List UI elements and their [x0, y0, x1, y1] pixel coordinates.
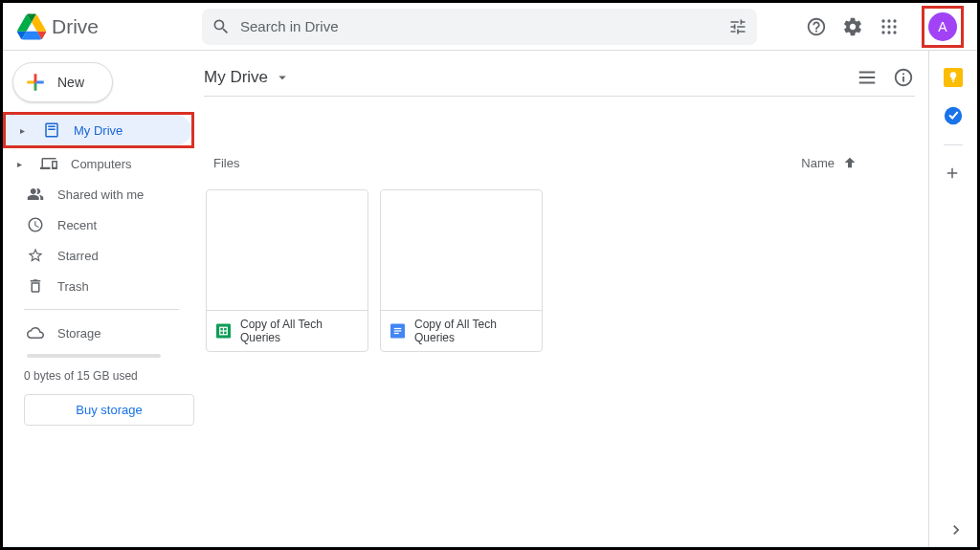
- sidebar: New ▸ My Drive ▸ Computers Shared with m…: [3, 51, 194, 547]
- file-name: Copy of All Tech Queries: [414, 318, 532, 344]
- new-button[interactable]: New: [12, 62, 113, 102]
- sidebar-label: My Drive: [74, 123, 122, 138]
- help-button[interactable]: [805, 15, 828, 38]
- expand-icon[interactable]: ▸: [17, 159, 27, 169]
- addons-button[interactable]: [944, 165, 963, 184]
- gear-icon: [842, 16, 863, 37]
- sidebar-label: Computers: [71, 157, 132, 171]
- svg-point-1: [887, 19, 890, 22]
- docs-icon: [390, 323, 405, 339]
- sidebar-item-trash[interactable]: Trash: [3, 271, 187, 301]
- settings-button[interactable]: [841, 15, 864, 38]
- help-icon: [806, 16, 827, 37]
- list-view-button[interactable]: [856, 66, 879, 89]
- svg-point-2: [893, 19, 896, 22]
- file-card[interactable]: Copy of All Tech Queries: [206, 189, 368, 352]
- sidebar-label: Shared with me: [57, 187, 144, 202]
- svg-point-3: [881, 25, 884, 28]
- storage-bar: [27, 354, 161, 358]
- search-input[interactable]: [240, 18, 728, 34]
- apps-button[interactable]: [878, 15, 901, 38]
- storage-usage: 0 bytes of 15 GB used: [24, 369, 194, 383]
- sidebar-label: Trash: [57, 279, 89, 294]
- svg-point-5: [893, 25, 896, 28]
- side-divider: [944, 144, 963, 145]
- list-view-icon: [857, 67, 878, 88]
- files-grid: Copy of All Tech Queries Copy of All Tec…: [204, 189, 915, 352]
- content-area: My Drive Files Name: [194, 51, 929, 547]
- account-avatar[interactable]: A: [928, 12, 957, 41]
- keep-icon: [944, 68, 963, 87]
- file-preview: [381, 190, 542, 311]
- search-icon: [212, 17, 231, 36]
- svg-rect-16: [394, 333, 399, 334]
- sidebar-item-recent[interactable]: Recent: [3, 209, 187, 240]
- header-actions: A: [805, 6, 968, 48]
- svg-point-7: [887, 31, 890, 33]
- plus-icon: [23, 70, 48, 95]
- svg-point-0: [881, 19, 884, 22]
- cloud-icon: [27, 324, 44, 341]
- sort-control[interactable]: Name: [801, 155, 858, 170]
- breadcrumb[interactable]: My Drive: [204, 68, 291, 87]
- logo-area[interactable]: Drive: [17, 13, 194, 40]
- sheets-icon: [216, 323, 231, 339]
- keep-app[interactable]: [944, 68, 963, 87]
- sidebar-item-storage[interactable]: Storage: [3, 318, 187, 348]
- dropdown-icon: [274, 69, 291, 86]
- header: Drive A: [3, 3, 977, 51]
- app-name: Drive: [52, 15, 99, 38]
- expand-icon[interactable]: ▸: [20, 125, 30, 136]
- svg-point-8: [893, 31, 896, 33]
- sidebar-item-shared[interactable]: Shared with me: [3, 179, 187, 209]
- new-button-label: New: [57, 75, 84, 90]
- content-header: My Drive: [204, 58, 915, 97]
- trash-icon: [27, 277, 44, 295]
- search-options-icon[interactable]: [728, 17, 747, 36]
- sort-label: Name: [801, 156, 835, 170]
- file-name: Copy of All Tech Queries: [240, 318, 358, 344]
- svg-point-6: [881, 31, 884, 33]
- sidebar-label: Starred: [57, 249, 99, 263]
- apps-grid-icon: [880, 18, 898, 35]
- collapse-panel-button[interactable]: [947, 520, 966, 539]
- tasks-app[interactable]: [944, 106, 963, 125]
- recent-icon: [27, 216, 44, 233]
- breadcrumb-label: My Drive: [204, 68, 268, 87]
- svg-rect-15: [394, 330, 402, 331]
- tasks-icon: [944, 106, 963, 125]
- drive-logo-icon: [17, 13, 46, 40]
- search-bar[interactable]: [202, 9, 757, 45]
- sidebar-item-mydrive[interactable]: ▸ My Drive: [6, 115, 191, 145]
- avatar-highlight: A: [922, 6, 964, 48]
- mydrive-icon: [43, 121, 60, 139]
- side-panel: [929, 51, 977, 547]
- svg-rect-14: [394, 328, 402, 329]
- plus-icon: [944, 165, 961, 182]
- file-card[interactable]: Copy of All Tech Queries: [380, 189, 543, 352]
- sidebar-label: Storage: [57, 326, 101, 341]
- files-header: Files Name: [204, 155, 915, 170]
- star-icon: [27, 247, 44, 264]
- details-button[interactable]: [892, 66, 915, 89]
- svg-point-4: [887, 25, 890, 28]
- divider: [24, 309, 179, 310]
- shared-icon: [27, 186, 44, 203]
- sidebar-label: Recent: [57, 218, 97, 232]
- section-label: Files: [213, 156, 239, 170]
- arrow-up-icon: [842, 155, 858, 170]
- mydrive-highlight: ▸ My Drive: [3, 112, 194, 148]
- file-preview: [207, 190, 368, 311]
- chevron-right-icon: [947, 520, 966, 539]
- info-icon: [893, 67, 914, 88]
- sidebar-item-computers[interactable]: ▸ Computers: [3, 148, 187, 179]
- buy-storage-button[interactable]: Buy storage: [24, 394, 194, 426]
- computers-icon: [40, 155, 57, 172]
- main-area: New ▸ My Drive ▸ Computers Shared with m…: [3, 51, 977, 547]
- sidebar-item-starred[interactable]: Starred: [3, 240, 187, 271]
